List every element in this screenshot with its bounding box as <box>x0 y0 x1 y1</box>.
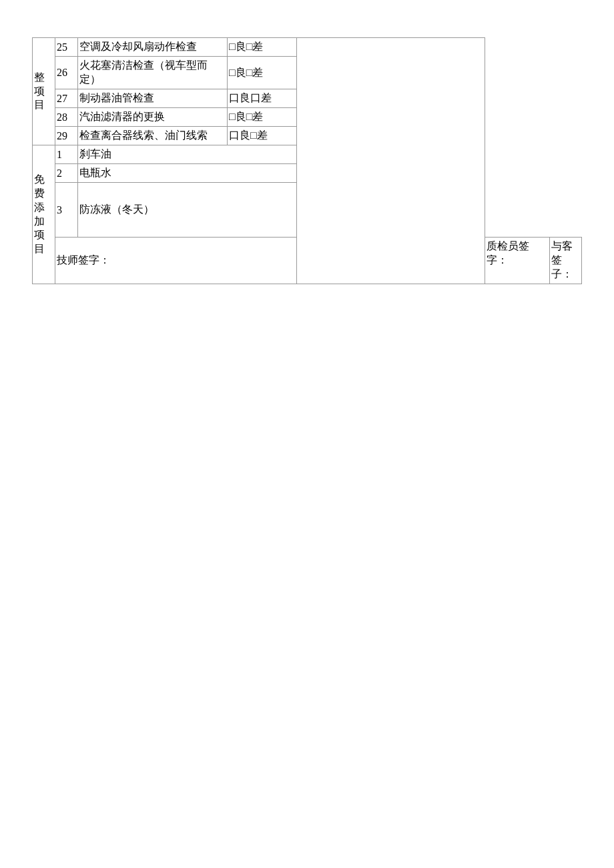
item-desc: 汽油滤清器的更换 <box>78 108 228 127</box>
item-desc: 电瓶水 <box>78 164 297 183</box>
signature-technician: 技师签字： <box>55 238 297 284</box>
group-label-adjustment: 整项目 <box>33 38 55 145</box>
item-eval: □良□差 <box>228 108 297 127</box>
item-number: 27 <box>55 89 78 108</box>
item-number: 25 <box>55 38 78 57</box>
item-number: 28 <box>55 108 78 127</box>
item-number: 1 <box>55 145 78 164</box>
item-eval: 口良□差 <box>228 127 297 145</box>
inspection-table: 整项目 25 空调及冷却风扇动作检查 □良□差 26 火花塞清洁检查（视车型而定… <box>32 37 582 284</box>
signature-customer-line1: 与客签 <box>551 240 573 266</box>
item-desc: 制动器油管检查 <box>78 89 228 108</box>
group-label-free-add: 免费添加项目 <box>33 145 55 284</box>
item-number: 2 <box>55 164 78 183</box>
signature-qc: 质检员签字： <box>485 238 550 284</box>
item-desc: 防冻液（冬天） <box>78 183 297 238</box>
item-number: 29 <box>55 127 78 145</box>
item-desc: 刹车油 <box>78 145 297 164</box>
notes-area <box>297 38 485 284</box>
item-desc: 空调及冷却风扇动作检查 <box>78 38 228 57</box>
signature-customer-line2: 子： <box>551 268 573 280</box>
table-row: 整项目 25 空调及冷却风扇动作检查 □良□差 <box>33 38 582 57</box>
item-eval: □良□差 <box>228 38 297 57</box>
signature-customer: 与客签 子： <box>549 238 581 284</box>
item-number: 3 <box>55 183 78 238</box>
item-desc: 检查离合器线索、油门线索 <box>78 127 228 145</box>
item-desc: 火花塞清洁检查（视车型而定） <box>78 57 228 89</box>
item-eval: 口良口差 <box>228 89 297 108</box>
item-eval: □良□差 <box>228 57 297 89</box>
item-number: 26 <box>55 57 78 89</box>
